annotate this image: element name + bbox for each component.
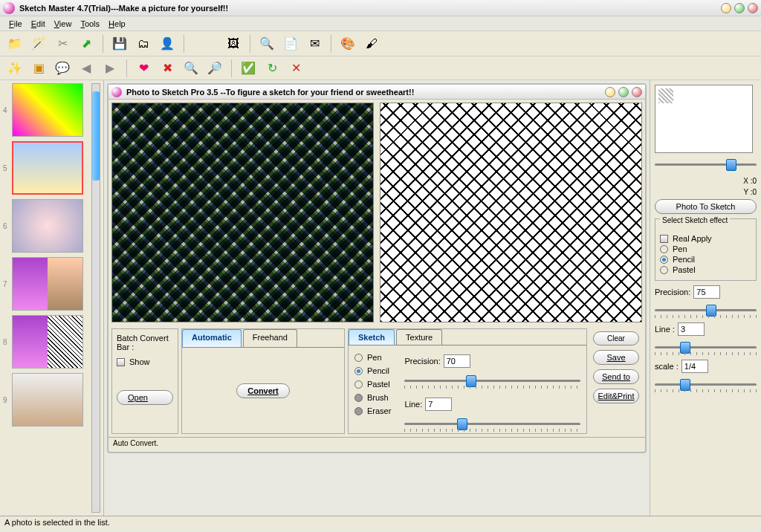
tool-tab-panel: Sketch Texture Pen Pencil Pastel Brush E…	[348, 328, 587, 434]
cancel-x-icon[interactable]: ✕	[285, 58, 306, 79]
editprint-button[interactable]: Edit&Print	[593, 389, 639, 403]
tool-pen-radio[interactable]: Pen	[354, 353, 391, 362]
subwindow-logo-icon	[111, 87, 122, 97]
sendto-button[interactable]: Send to	[593, 369, 639, 384]
checkbox-icon	[117, 358, 125, 366]
export-icon[interactable]: ⬈	[76, 33, 97, 54]
tab-automatic[interactable]: Automatic	[182, 329, 242, 347]
close-button[interactable]	[748, 3, 758, 13]
line-input[interactable]	[425, 398, 452, 411]
right-scale-label: scale :	[655, 362, 679, 371]
tool-brush-radio[interactable]: Brush	[354, 393, 391, 402]
photo-icon[interactable]: 🖼	[223, 33, 244, 54]
sub-minimize-button[interactable]	[605, 87, 615, 97]
batch-show-checkbox[interactable]: Show	[117, 357, 173, 366]
zoom-plus-icon[interactable]: 🔍	[181, 58, 201, 79]
tab-texture[interactable]: Texture	[396, 329, 442, 345]
tool-pencil-radio[interactable]: Pencil	[354, 366, 391, 375]
toolbar-main: 📁 🪄 ✂ ⬈ 💾 🗂 👤 🖼 🔍 📄 ✉ 🎨 🖌	[0, 31, 761, 56]
status-bar: A photo is selected in the list.	[0, 516, 761, 529]
precision-label: Precision:	[404, 357, 440, 366]
thumbnail-item[interactable]: 8	[3, 315, 88, 369]
save-icon[interactable]: 💾	[109, 33, 130, 54]
right-precision-input[interactable]	[693, 285, 720, 299]
right-line-label: Line :	[655, 325, 675, 334]
center-panel: Photo to Sketch Pro 3.5 --To figure a sk…	[104, 80, 650, 516]
right-line-input[interactable]	[678, 322, 705, 336]
right-scale-slider[interactable]	[655, 377, 757, 392]
tab-freehand[interactable]: Freehand	[243, 329, 297, 347]
mail-icon[interactable]: ✉	[304, 33, 325, 54]
scissors-icon[interactable]: ✂	[52, 33, 73, 54]
menu-help[interactable]: Help	[104, 18, 130, 30]
thumbnail-item[interactable]: 9	[3, 373, 88, 426]
main-area: 4 5 6 7 8 9 Photo to Sketch Pro 3.5 --To…	[0, 80, 761, 516]
picture-icon[interactable]: ▣	[28, 58, 49, 79]
separator	[103, 35, 103, 53]
thumbnail-item[interactable]: 5	[3, 141, 88, 195]
batch-open-button[interactable]: Open	[117, 390, 173, 405]
photo-to-sketch-window: Photo to Sketch Pro 3.5 --To figure a sk…	[107, 83, 647, 453]
menu-edit[interactable]: Edit	[27, 18, 50, 30]
thumbnail-column: 4 5 6 7 8 9	[0, 80, 104, 516]
maximize-button[interactable]	[734, 3, 745, 13]
effect-fieldset: Select Sketch effect Real Apply Pen Penc…	[655, 218, 757, 281]
minimize-button[interactable]	[721, 3, 731, 13]
photo-to-sketch-button[interactable]: Photo To Sketch	[655, 199, 757, 214]
menu-file[interactable]: File	[4, 18, 27, 30]
tab-sketch[interactable]: Sketch	[349, 329, 395, 345]
effect-pencil-radio[interactable]: Pencil	[660, 255, 751, 264]
convert-button[interactable]: Convert	[236, 383, 290, 398]
save-multi-icon[interactable]: 🗂	[133, 33, 154, 54]
thumbnail-item[interactable]: 7	[3, 257, 88, 311]
thumbnail-item[interactable]: 6	[3, 199, 88, 253]
sub-close-button[interactable]	[632, 87, 642, 97]
right-scale-input[interactable]	[681, 360, 708, 373]
precision-slider[interactable]	[404, 374, 580, 389]
open-folder-icon[interactable]: 📁	[4, 33, 25, 54]
source-image-preview	[111, 103, 374, 322]
right-line-slider[interactable]	[655, 340, 757, 355]
wand-icon[interactable]: ✨	[4, 58, 25, 79]
heart-icon[interactable]: ❤	[133, 58, 154, 79]
right-precision-slider[interactable]	[655, 303, 757, 318]
palette-icon[interactable]: 🎨	[337, 33, 358, 54]
wizard-icon[interactable]: 🪄	[28, 33, 49, 54]
tool-pastel-radio[interactable]: Pastel	[354, 380, 391, 389]
real-apply-checkbox[interactable]: Real Apply	[660, 234, 751, 243]
clear-button[interactable]: Clear	[593, 331, 639, 346]
zoom-icon[interactable]: 🔍	[256, 33, 277, 54]
sketch-result-preview	[380, 103, 642, 322]
separator	[184, 35, 184, 53]
menu-view[interactable]: View	[50, 18, 77, 30]
menu-tools[interactable]: Tools	[76, 18, 104, 30]
precision-input[interactable]	[444, 354, 470, 368]
zoom-minus-icon[interactable]: 🔎	[204, 58, 225, 79]
right-panel: X :0 Y :0 Photo To Sketch Select Sketch …	[650, 80, 761, 516]
toolbar-secondary: ✨ ▣ 💬 ◀ ▶ ❤ ✖ 🔍 🔎 ✅ ↻ ✕	[0, 56, 761, 80]
position-slider[interactable]	[655, 158, 757, 172]
effect-pastel-radio[interactable]: Pastel	[660, 265, 751, 274]
comment-icon[interactable]: 💬	[52, 58, 73, 79]
controls-row: Batch Convert Bar : Show Open Automatic …	[109, 325, 645, 437]
delete-x-icon[interactable]: ✖	[157, 58, 178, 79]
check-page-icon[interactable]: ✅	[238, 58, 259, 79]
save-button[interactable]: Save	[593, 350, 639, 365]
preview-row	[109, 100, 645, 325]
line-slider[interactable]	[404, 417, 580, 432]
tool-eraser-radio[interactable]: Eraser	[354, 406, 391, 415]
thumbnail-list: 4 5 6 7 8 9	[3, 83, 88, 513]
scrollbar-handle[interactable]	[92, 91, 100, 181]
line-label: Line:	[404, 400, 422, 409]
person-icon[interactable]: 👤	[157, 33, 178, 54]
arrow-left-icon[interactable]: ◀	[76, 58, 97, 79]
sub-maximize-button[interactable]	[618, 87, 629, 97]
refresh-icon[interactable]: ↻	[262, 58, 282, 79]
thumbnail-scrollbar[interactable]	[91, 83, 100, 513]
effect-pen-radio[interactable]: Pen	[660, 244, 751, 253]
page-icon[interactable]: 📄	[280, 33, 301, 54]
arrow-right-icon[interactable]: ▶	[100, 58, 120, 79]
brushes-icon[interactable]: 🖌	[361, 33, 382, 54]
separator	[250, 35, 250, 53]
thumbnail-item[interactable]: 4	[3, 83, 88, 137]
